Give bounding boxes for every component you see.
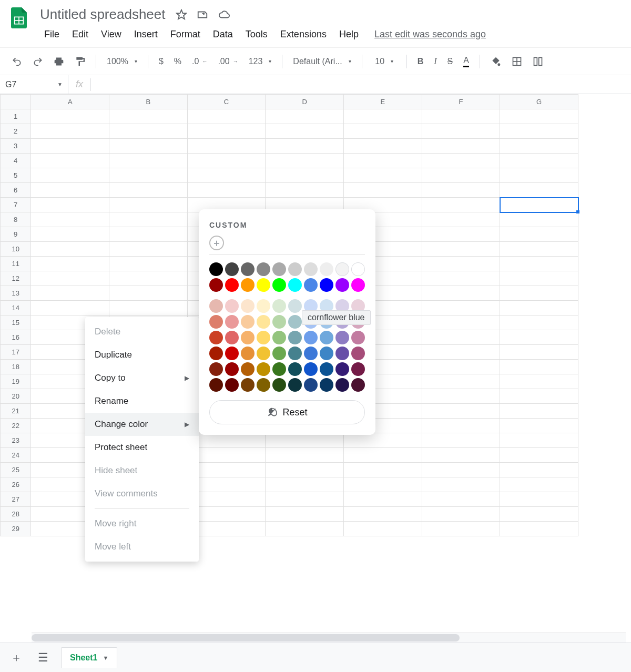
reset-color-button[interactable]: Reset xyxy=(209,400,365,424)
color-swatch[interactable] xyxy=(209,315,223,329)
cell[interactable] xyxy=(500,345,578,360)
color-swatch[interactable] xyxy=(288,299,302,313)
cell[interactable] xyxy=(500,419,578,433)
cell[interactable] xyxy=(500,360,578,374)
cell[interactable] xyxy=(422,463,500,477)
color-swatch[interactable] xyxy=(257,278,270,292)
menu-insert[interactable]: Insert xyxy=(128,26,164,43)
row-header[interactable]: 13 xyxy=(1,286,31,301)
color-swatch[interactable] xyxy=(320,262,333,276)
cell[interactable] xyxy=(344,448,422,463)
color-swatch[interactable] xyxy=(335,378,349,392)
color-swatch[interactable] xyxy=(257,315,270,329)
ctx-move-right[interactable]: Move right xyxy=(85,512,199,535)
cell[interactable] xyxy=(31,183,109,198)
cell[interactable] xyxy=(422,168,500,183)
cell[interactable] xyxy=(266,448,344,463)
cell[interactable] xyxy=(109,124,188,139)
menu-extensions[interactable]: Extensions xyxy=(274,26,333,43)
row-header[interactable]: 12 xyxy=(1,271,31,286)
horizontal-scrollbar[interactable] xyxy=(32,632,626,643)
cell[interactable] xyxy=(422,183,500,198)
color-swatch[interactable] xyxy=(209,278,223,292)
color-swatch[interactable] xyxy=(209,262,223,276)
ctx-hide-sheet[interactable]: Hide sheet xyxy=(85,459,199,482)
cell[interactable] xyxy=(187,507,266,522)
cell[interactable] xyxy=(187,522,266,536)
cell[interactable] xyxy=(266,507,344,522)
color-swatch[interactable] xyxy=(335,262,349,276)
color-swatch[interactable] xyxy=(351,331,365,344)
cell[interactable] xyxy=(109,271,188,286)
color-swatch[interactable] xyxy=(320,362,333,376)
cell[interactable] xyxy=(344,507,422,522)
color-swatch[interactable] xyxy=(257,362,270,376)
cell[interactable] xyxy=(500,389,578,404)
cell[interactable] xyxy=(422,257,500,271)
cell[interactable] xyxy=(31,139,109,154)
row-header[interactable]: 27 xyxy=(1,492,31,507)
cell[interactable] xyxy=(109,139,188,154)
cell[interactable] xyxy=(422,271,500,286)
menu-help[interactable]: Help xyxy=(333,26,365,43)
color-swatch[interactable] xyxy=(304,278,318,292)
menu-edit[interactable]: Edit xyxy=(66,26,95,43)
cell[interactable] xyxy=(187,139,266,154)
ctx-delete[interactable]: Delete xyxy=(85,320,199,343)
row-header[interactable]: 20 xyxy=(1,389,31,404)
color-swatch[interactable] xyxy=(288,315,302,329)
percent-button[interactable]: % xyxy=(170,54,186,69)
cell[interactable] xyxy=(31,257,109,271)
cell[interactable] xyxy=(31,301,109,315)
cell[interactable] xyxy=(500,198,578,212)
cloud-icon[interactable] xyxy=(218,9,230,21)
color-swatch[interactable] xyxy=(241,378,255,392)
color-swatch[interactable] xyxy=(272,378,286,392)
column-header[interactable]: D xyxy=(266,95,344,109)
menu-format[interactable]: Format xyxy=(164,26,207,43)
row-header[interactable]: 11 xyxy=(1,257,31,271)
ctx-duplicate[interactable]: Duplicate xyxy=(85,343,199,366)
cell[interactable] xyxy=(500,301,578,315)
borders-button[interactable] xyxy=(507,53,526,70)
color-swatch[interactable] xyxy=(257,347,270,360)
cell[interactable] xyxy=(187,109,266,124)
column-header[interactable]: B xyxy=(109,95,188,109)
cell[interactable] xyxy=(344,154,422,168)
cell[interactable] xyxy=(31,124,109,139)
cell[interactable] xyxy=(500,227,578,242)
cell[interactable] xyxy=(344,492,422,507)
menu-data[interactable]: Data xyxy=(207,26,239,43)
cell[interactable] xyxy=(187,154,266,168)
cell[interactable] xyxy=(422,419,500,433)
color-swatch[interactable] xyxy=(241,362,255,376)
cell[interactable] xyxy=(31,198,109,212)
color-swatch[interactable] xyxy=(209,299,223,313)
cell[interactable] xyxy=(266,168,344,183)
cell[interactable] xyxy=(422,198,500,212)
cell[interactable] xyxy=(500,183,578,198)
row-header[interactable]: 1 xyxy=(1,109,31,124)
cell[interactable] xyxy=(422,109,500,124)
font-size-select[interactable]: 10 xyxy=(369,54,400,69)
font-select[interactable]: Default (Ari... xyxy=(289,54,355,69)
row-header[interactable]: 17 xyxy=(1,345,31,360)
sheet-tab[interactable]: Sheet1 ▼ xyxy=(61,647,117,668)
add-sheet-button[interactable]: ＋ xyxy=(7,647,25,669)
cell[interactable] xyxy=(266,109,344,124)
cell[interactable] xyxy=(344,433,422,448)
row-header[interactable]: 8 xyxy=(1,212,31,227)
color-swatch[interactable] xyxy=(304,331,318,344)
ctx-protect-sheet[interactable]: Protect sheet xyxy=(85,436,199,459)
redo-button[interactable] xyxy=(28,53,47,70)
name-box[interactable]: G7 ▼ xyxy=(0,75,68,94)
color-swatch[interactable] xyxy=(225,347,239,360)
row-header[interactable]: 23 xyxy=(1,433,31,448)
color-swatch[interactable] xyxy=(225,331,239,344)
cell[interactable] xyxy=(422,330,500,345)
row-header[interactable]: 9 xyxy=(1,227,31,242)
cell[interactable] xyxy=(109,286,188,301)
row-header[interactable]: 26 xyxy=(1,477,31,492)
cell[interactable] xyxy=(500,212,578,227)
color-swatch[interactable] xyxy=(320,347,333,360)
